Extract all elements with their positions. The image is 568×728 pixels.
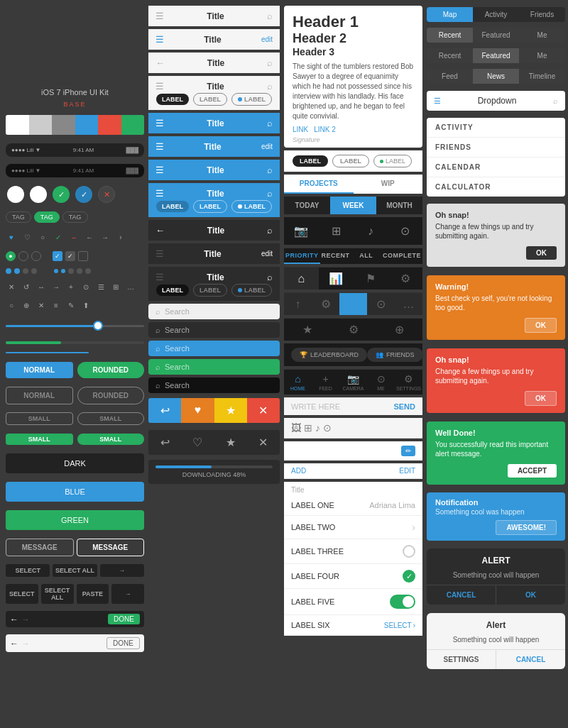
dialog-ok-btn[interactable]: OK <box>496 585 565 605</box>
tag-3[interactable]: TAG <box>62 211 88 223</box>
search-bar-dark[interactable]: ⌕ Search <box>148 322 280 338</box>
seg-me-2[interactable]: Me <box>519 48 565 63</box>
select-btn-1[interactable]: SELECT <box>6 564 50 577</box>
upload-tab-2[interactable]: ⬆ <box>339 293 367 315</box>
arrow-right-btn[interactable]: → <box>100 564 144 577</box>
swipe-close-dark[interactable]: ✕ <box>247 430 280 455</box>
rounded-outline-button[interactable]: ROUNDED <box>77 387 145 404</box>
select-all-btn-1[interactable]: SELECT ALL <box>53 564 97 577</box>
dropdown-bar[interactable]: ☰ Dropdown ⌕ <box>427 91 565 111</box>
done-button-1[interactable]: DONE <box>108 614 140 624</box>
all-btn[interactable]: ALL <box>351 248 381 264</box>
grid-icon-media[interactable]: ⊞ <box>319 221 354 241</box>
swipe-close-icon[interactable]: ✕ <box>247 398 280 423</box>
search-bar-black[interactable]: ⌕ Search <box>148 377 280 393</box>
menu-item-calendar[interactable]: CALENDAR <box>427 158 565 177</box>
back-icon-1[interactable]: ← <box>155 57 165 68</box>
tab-wip[interactable]: WIP <box>354 175 423 194</box>
compose-btn[interactable]: ✏ <box>401 446 415 456</box>
pin-tab-3[interactable]: ⊕ <box>376 319 422 341</box>
app-tab-me[interactable]: ⊙ ME <box>367 370 395 395</box>
alert-red-ok[interactable]: OK <box>525 391 557 406</box>
menu-item-calculator[interactable]: CALCULATOR <box>427 177 565 197</box>
notif-awesome-btn[interactable]: AWESOME! <box>496 520 557 535</box>
search-bar-light[interactable]: ⌕ Search <box>148 304 280 319</box>
search-icon-2[interactable]: ⌕ <box>267 57 273 68</box>
dialog-settings-btn[interactable]: SETTINGS <box>427 650 496 669</box>
search-icon-blue-2[interactable]: ⌕ <box>267 165 273 175</box>
settings-item-3[interactable]: LABEL THREE <box>284 539 422 564</box>
slider-thumb[interactable] <box>93 321 103 331</box>
checkbox-checked-blue[interactable]: ✓ <box>53 251 62 261</box>
priority-btn[interactable]: PRIORITY <box>284 248 320 264</box>
search-bar-green[interactable]: ⌕ Search <box>148 359 280 375</box>
search-icon-3[interactable]: ⌕ <box>267 81 273 92</box>
tag-1[interactable]: TAG <box>6 211 31 223</box>
normal-blue-button[interactable]: NORMAL <box>6 362 73 378</box>
music-media-icon[interactable]: ♪ <box>315 422 320 434</box>
edit-link[interactable]: EDIT <box>399 467 415 475</box>
blue-button[interactable]: BLUE <box>6 482 144 502</box>
checkbox-checked-dark[interactable]: ✓ <box>65 251 75 261</box>
seg-recent-2[interactable]: Recent <box>427 48 473 63</box>
music-icon[interactable]: ♪ <box>354 221 388 241</box>
swipe-heart-icon[interactable]: ♥ <box>181 398 214 423</box>
link-2[interactable]: LINK 2 <box>314 126 336 133</box>
normal-outline-button[interactable]: NORMAL <box>6 387 73 404</box>
edit-btn-blue[interactable]: edit <box>261 143 273 150</box>
camera-icon[interactable]: 📷 <box>284 221 319 241</box>
search-icon-dark[interactable]: ⌕ <box>267 225 273 236</box>
select-all-btn-2[interactable]: SELECT ALL <box>41 584 74 604</box>
app-tab-feed[interactable]: + FEED <box>312 370 339 395</box>
star-tab-3[interactable]: ★ <box>284 319 330 341</box>
dialog-cancel-btn-2[interactable]: CANCEL <box>496 650 565 669</box>
photo-icon[interactable]: 🖼 <box>291 422 301 434</box>
alert-orange-ok[interactable]: OK <box>525 318 557 333</box>
small-green-btn-1[interactable]: SMALL <box>6 434 73 445</box>
app-tab-settings[interactable]: ⚙ SETTINGS <box>395 370 422 395</box>
plus-msg-icon[interactable]: + <box>394 447 398 456</box>
search-dropdown-icon[interactable]: ⌕ <box>553 96 558 105</box>
radio-unchecked2[interactable] <box>31 251 41 261</box>
small-btn-2[interactable]: SMALL <box>77 412 145 425</box>
nav-forward-icon[interactable]: → <box>21 614 30 624</box>
settings-item-2[interactable]: LABEL TWO › <box>284 516 422 539</box>
small-btn-1[interactable]: SMALL <box>6 412 73 425</box>
search-icon-blue-1[interactable]: ⌕ <box>267 118 273 128</box>
send-button[interactable]: SEND <box>393 402 415 411</box>
rounded-green-button[interactable]: ROUNDED <box>77 362 145 378</box>
seg-today[interactable]: TODAY <box>284 197 330 214</box>
seg-friends[interactable]: Friends <box>519 7 565 22</box>
swipe-heart-dark[interactable]: ♡ <box>181 430 214 455</box>
dark-button[interactable]: DARK <box>6 453 144 473</box>
message-btn-1[interactable]: MESSAGE <box>6 539 74 556</box>
seg-timeline[interactable]: Timeline <box>519 69 565 84</box>
select-btn-2[interactable]: SELECT <box>6 584 38 604</box>
home-tab-1[interactable]: ⌂ <box>284 268 319 289</box>
gear-tab-1[interactable]: ⚙ <box>388 268 422 289</box>
check-4[interactable]: ✓ <box>403 570 415 583</box>
seg-activity[interactable]: Activity <box>473 7 519 22</box>
nav-forward-icon-2[interactable]: → <box>21 639 30 649</box>
tab-projects[interactable]: PROJECTS <box>284 175 354 194</box>
seg-map[interactable]: Map <box>427 7 473 22</box>
add-link[interactable]: ADD <box>291 467 306 475</box>
toggle-5[interactable] <box>390 595 415 609</box>
swipe-reply-dark[interactable]: ↩ <box>148 430 181 455</box>
link-1[interactable]: LINK <box>293 126 308 133</box>
small-green-btn-2[interactable]: SMALL <box>77 434 145 445</box>
swipe-star-dark[interactable]: ★ <box>214 430 247 455</box>
friends-button[interactable]: 👥 FRIENDS <box>367 348 423 362</box>
app-tab-camera[interactable]: 📷 CAMERA <box>339 370 367 395</box>
arrow-tab-2[interactable]: ↑ <box>284 293 312 315</box>
seg-feed[interactable]: Feed <box>427 69 473 84</box>
radio-checked[interactable]: ● <box>6 251 16 261</box>
leaderboard-button[interactable]: 🏆 LEADERBOARD <box>291 348 367 362</box>
menu-item-friends[interactable]: FRIENDS <box>427 138 565 158</box>
tag-2[interactable]: TAG <box>34 211 60 223</box>
complete-btn[interactable]: COMPLETE <box>381 248 422 264</box>
settings-item-1[interactable]: LABEL ONE Adriana Lima <box>284 495 422 516</box>
search-icon-dark-2[interactable]: ⌕ <box>267 272 273 282</box>
search-bar-blue[interactable]: ⌕ Search <box>148 341 280 356</box>
settings-item-5[interactable]: LABEL FIVE <box>284 589 422 615</box>
